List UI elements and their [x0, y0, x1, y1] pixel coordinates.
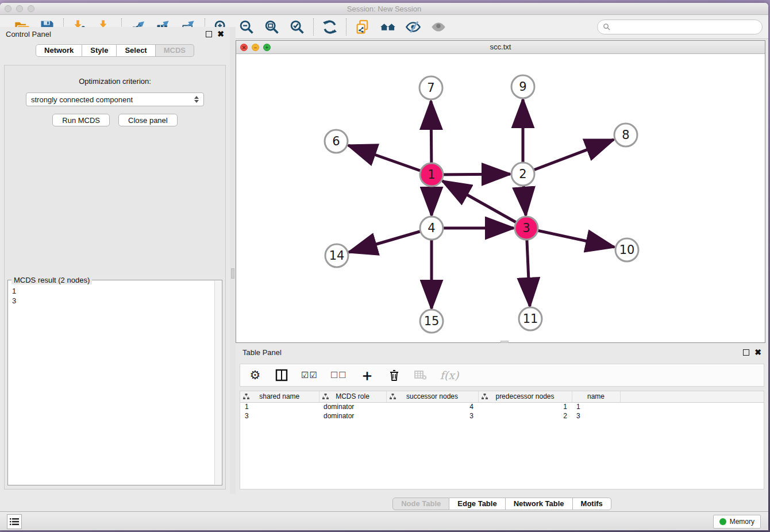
svg-text:10: 10 [619, 243, 635, 257]
minimize-window-icon[interactable] [16, 5, 23, 12]
task-history-button[interactable] [7, 514, 22, 529]
node-11[interactable]: 11 [519, 307, 542, 330]
node-1-selected[interactable]: 1 [420, 163, 443, 186]
close-panel-button[interactable]: Close panel [118, 114, 178, 126]
search-icon [603, 23, 610, 30]
edge-3-1[interactable] [442, 181, 526, 228]
node-7[interactable]: 7 [419, 76, 442, 99]
close-panel-icon[interactable]: ✖ [217, 31, 224, 37]
hide-selected-icon[interactable] [405, 18, 422, 36]
svg-text:7: 7 [427, 81, 434, 95]
table-float-panel-icon[interactable] [743, 349, 749, 356]
function-builder-icon: f(x) [440, 368, 459, 383]
select-all-icon[interactable]: ☑☑ [301, 368, 318, 383]
panel-splitter[interactable] [230, 27, 236, 494]
search-field[interactable] [597, 20, 763, 34]
memory-button[interactable]: Memory [713, 515, 761, 529]
splitter-grip[interactable] [231, 268, 234, 279]
table-row[interactable]: 3 dominator 3 2 3 [240, 411, 764, 421]
svg-text:11: 11 [523, 312, 538, 326]
net-close-icon[interactable]: ✕ [240, 44, 248, 51]
search-input[interactable] [613, 22, 757, 31]
node-4[interactable]: 4 [420, 217, 443, 240]
edge-1-6[interactable] [348, 145, 432, 175]
table-close-panel-icon[interactable]: ✖ [754, 349, 761, 356]
column-header-predecessor-nodes[interactable]: predecessor nodes [478, 391, 572, 402]
optimization-criterion-label: Optimization criterion: [5, 77, 225, 86]
duplicate-network-icon[interactable] [354, 18, 371, 36]
node-2[interactable]: 2 [511, 163, 534, 186]
column-header-successor-nodes[interactable]: successor nodes [386, 391, 478, 402]
tab-style[interactable]: Style [82, 44, 117, 57]
hierarchy-icon [243, 394, 249, 402]
zoom-out-icon[interactable] [238, 18, 255, 36]
svg-text:3: 3 [522, 221, 530, 235]
node-8[interactable]: 8 [614, 124, 637, 147]
svg-text:8: 8 [622, 128, 629, 142]
zoom-window-icon[interactable] [28, 5, 34, 12]
zoom-fit-icon[interactable] [263, 18, 280, 36]
node-6[interactable]: 6 [325, 130, 348, 153]
result-scrollbar[interactable] [214, 281, 221, 484]
net-zoom-icon[interactable]: + [263, 44, 271, 51]
tab-edge-table[interactable]: Edge Table [449, 498, 505, 510]
column-layout-icon[interactable] [275, 368, 288, 383]
criterion-select[interactable]: strongly connected component [26, 92, 204, 106]
list-icon [10, 518, 19, 526]
first-neighbors-icon[interactable] [379, 18, 396, 36]
deselect-all-icon[interactable]: ☐☐ [330, 368, 347, 383]
column-header-name[interactable]: name [572, 391, 620, 402]
window-title: Session: New Session [0, 3, 768, 15]
tab-select[interactable]: Select [117, 44, 155, 57]
table-toolbar: ⚙ ☑☑ ☐☐ ＋ f(x) [240, 364, 764, 387]
status-bar: Memory [0, 511, 768, 530]
tab-node-table[interactable]: Node Table [392, 498, 449, 510]
node-9[interactable]: 9 [511, 75, 534, 98]
control-panel-title: Control Panel [6, 30, 51, 38]
edge-3-10[interactable] [526, 228, 614, 247]
delete-table-icon [414, 368, 428, 383]
node-10[interactable]: 10 [615, 238, 638, 261]
edge-4-14[interactable] [349, 228, 432, 252]
edge-group[interactable] [348, 99, 614, 309]
titlebar: Session: New Session [0, 3, 768, 15]
table-panel: Table Panel ✖ ⚙ ☑☑ ☐☐ ＋ f(x) [236, 343, 768, 494]
tab-network-table[interactable]: Network Table [506, 498, 573, 510]
add-column-icon[interactable]: ＋ [360, 368, 375, 383]
close-window-icon[interactable] [5, 5, 11, 12]
net-minimize-icon[interactable]: − [252, 44, 259, 51]
table-row[interactable]: 1 dominator 4 1 1 [240, 402, 764, 411]
control-panel: Control Panel ✖ Network Style Select MCD… [0, 27, 230, 494]
node-14[interactable]: 14 [325, 244, 348, 267]
network-graph[interactable]: 7 9 6 8 1 2 4 3 14 10 15 11 [236, 55, 765, 343]
network-window-titlebar[interactable]: ✕ − + scc.txt [236, 41, 765, 54]
node-15[interactable]: 15 [420, 310, 443, 333]
show-all-icon[interactable] [430, 18, 447, 36]
float-panel-icon[interactable] [206, 31, 212, 37]
node-3-selected[interactable]: 3 [515, 217, 538, 240]
network-canvas[interactable]: 7 9 6 8 1 2 4 3 14 10 15 11 [236, 55, 765, 342]
svg-text:4: 4 [428, 221, 435, 235]
run-mcds-button[interactable]: Run MCDS [52, 114, 110, 126]
edge-2-8[interactable] [523, 140, 614, 174]
tab-mcds[interactable]: MCDS [156, 44, 194, 57]
delete-column-icon[interactable] [387, 368, 401, 383]
refresh-icon[interactable] [321, 18, 338, 36]
node-table[interactable]: shared name MCDS role successor nodes pr… [240, 391, 764, 489]
settings-gear-icon[interactable]: ⚙ [248, 368, 262, 383]
svg-text:9: 9 [519, 80, 526, 94]
select-stepper-icon [194, 96, 199, 103]
column-header-filler [620, 391, 764, 402]
criterion-selected-value: strongly connected component [31, 95, 194, 104]
result-line: 3 [12, 296, 211, 306]
network-view-window: ✕ − + scc.txt [236, 40, 765, 343]
svg-text:14: 14 [329, 249, 345, 263]
mcds-result-list[interactable]: 1 3 [9, 285, 214, 484]
tab-network[interactable]: Network [36, 44, 82, 57]
table-panel-title: Table Panel [242, 348, 282, 357]
tab-motifs[interactable]: Motifs [573, 498, 611, 510]
column-header-shared-name[interactable]: shared name [240, 391, 319, 402]
zoom-selected-icon[interactable] [288, 18, 306, 36]
column-header-mcds-role[interactable]: MCDS role [319, 391, 386, 402]
memory-status-icon [719, 518, 726, 525]
